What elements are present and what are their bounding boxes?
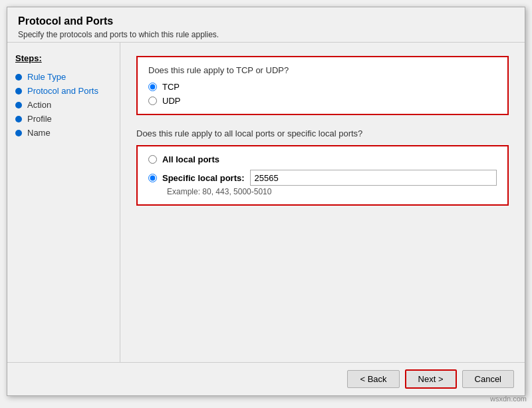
main-content: Does this rule apply to TCP or UDP? TCP …	[120, 43, 525, 362]
udp-label[interactable]: UDP	[162, 96, 180, 106]
all-ports-radio-item[interactable]: All local ports	[148, 154, 497, 164]
dot-icon	[15, 102, 22, 108]
tcp-label[interactable]: TCP	[162, 82, 180, 92]
ports-radio-group: All local ports Specific local ports: Ex…	[148, 154, 497, 196]
example-text: Example: 80, 443, 5000-5010	[167, 187, 497, 196]
dialog-subtitle: Specify the protocols and ports to which…	[18, 30, 514, 39]
udp-radio-item[interactable]: UDP	[148, 96, 497, 106]
sidebar-item-protocol-ports[interactable]: Protocol and Ports	[15, 84, 120, 98]
steps-label: Steps:	[15, 53, 120, 63]
dot-icon	[15, 74, 22, 81]
sidebar: Steps: Rule Type Protocol and Ports Acti…	[7, 43, 120, 362]
protocol-section-box: Does this rule apply to TCP or UDP? TCP …	[136, 56, 509, 115]
sidebar-item-profile[interactable]: Profile	[15, 112, 120, 126]
dialog-body: Steps: Rule Type Protocol and Ports Acti…	[7, 43, 525, 362]
udp-radio[interactable]	[148, 97, 157, 105]
ports-section-box: All local ports Specific local ports: Ex…	[136, 145, 509, 206]
next-button[interactable]: Next >	[405, 369, 457, 389]
sidebar-item-label: Name	[27, 128, 51, 138]
specific-ports-radio[interactable]	[148, 174, 157, 182]
dot-icon	[15, 130, 22, 136]
specific-ports-input[interactable]	[250, 170, 497, 186]
dialog-title: Protocol and Ports	[18, 15, 514, 27]
protocol-question: Does this rule apply to TCP or UDP?	[148, 65, 497, 75]
back-button[interactable]: < Back	[347, 370, 399, 388]
sidebar-item-rule-type[interactable]: Rule Type	[15, 70, 120, 84]
sidebar-item-name[interactable]: Name	[15, 126, 120, 140]
protocol-radio-group: TCP UDP	[148, 82, 497, 106]
dot-icon	[15, 116, 22, 122]
ports-question: Does this rule apply to all local ports …	[136, 128, 509, 138]
dialog-header: Protocol and Ports Specify the protocols…	[7, 7, 525, 43]
main-dialog: Protocol and Ports Specify the protocols…	[7, 7, 525, 396]
sidebar-item-label: Action	[27, 100, 51, 110]
cancel-button[interactable]: Cancel	[462, 370, 514, 388]
sidebar-item-action[interactable]: Action	[15, 98, 120, 112]
watermark: wsxdn.com	[490, 395, 527, 403]
sidebar-item-label: Profile	[27, 114, 52, 124]
sidebar-item-label: Rule Type	[27, 72, 66, 82]
all-ports-radio[interactable]	[148, 155, 157, 164]
tcp-radio[interactable]	[148, 83, 157, 91]
specific-ports-container: Specific local ports: Example: 80, 443, …	[148, 170, 497, 196]
dot-icon	[15, 88, 22, 95]
all-ports-label[interactable]: All local ports	[162, 154, 219, 164]
sidebar-item-label: Protocol and Ports	[27, 86, 98, 96]
specific-ports-label[interactable]: Specific local ports:	[162, 173, 245, 183]
tcp-radio-item[interactable]: TCP	[148, 82, 497, 92]
dialog-footer: < Back Next > Cancel	[7, 362, 525, 395]
specific-ports-row: Specific local ports:	[148, 170, 497, 186]
